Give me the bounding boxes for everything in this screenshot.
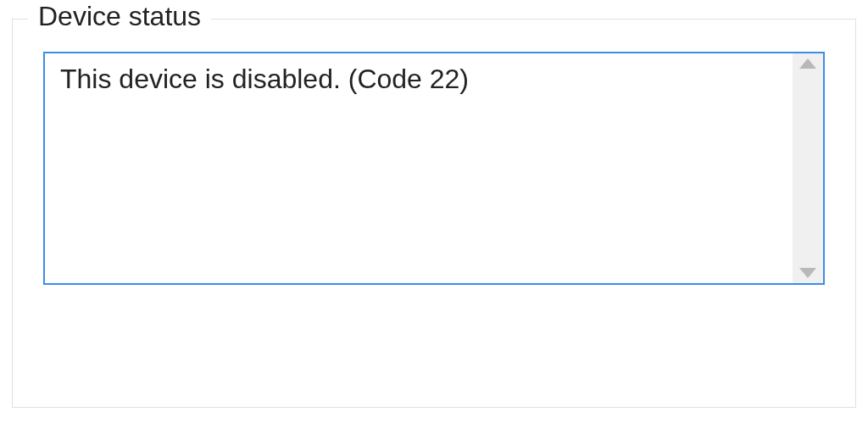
scroll-up-icon[interactable] xyxy=(799,58,816,69)
scrollbar-vertical[interactable] xyxy=(793,53,823,283)
groupbox-legend: Device status xyxy=(28,0,211,32)
device-status-message: This device is disabled. (Code 22) xyxy=(45,53,793,283)
scroll-down-icon[interactable] xyxy=(799,268,816,278)
device-status-textbox[interactable]: This device is disabled. (Code 22) xyxy=(43,52,825,285)
device-status-groupbox: Device status This device is disabled. (… xyxy=(12,19,856,408)
